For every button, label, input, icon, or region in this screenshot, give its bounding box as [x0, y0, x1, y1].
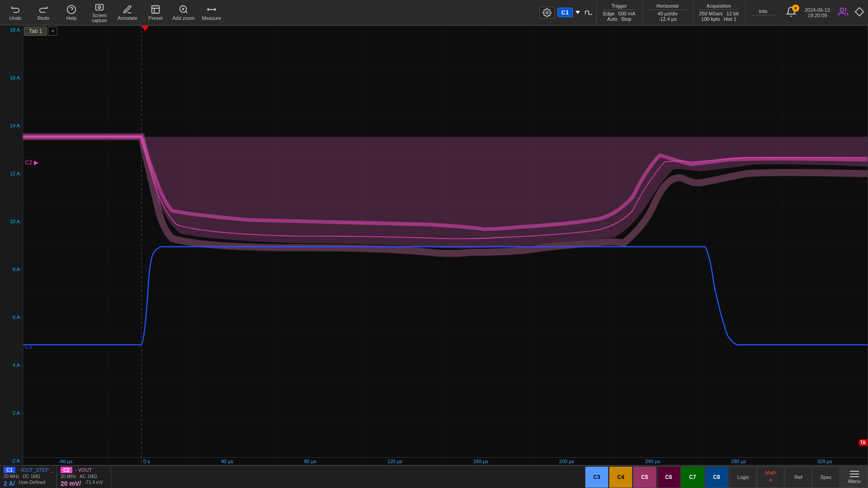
svg-rect-4 [152, 5, 160, 13]
time-neg40: -40 µs [58, 459, 72, 464]
c1-coupling: DC 1MΩ [23, 474, 40, 479]
time-160: 160 µs [473, 459, 488, 464]
measure-button[interactable]: Measure [198, 1, 225, 24]
time-240: 240 µs [645, 459, 660, 464]
trigger-marker [142, 26, 149, 31]
svg-point-9 [546, 11, 548, 14]
menu-button[interactable]: Menu [841, 466, 868, 488]
info-area: Info [745, 1, 781, 24]
time-200: 200 µs [559, 459, 574, 464]
trigger-info: Trigger Edge 500 mA Auto Stop [596, 1, 642, 24]
trigger-dropdown-arrow[interactable] [575, 1, 581, 24]
svg-text:C1: C1 [25, 343, 33, 350]
toolbar: Undo Redo Help Screencapture Annotate [0, 0, 868, 25]
math-button[interactable]: Math + [757, 466, 784, 488]
separator-1 [729, 466, 729, 488]
svg-marker-11 [855, 8, 863, 16]
y-label-4: 4 A [1, 362, 22, 368]
ta-marker: TA [858, 439, 868, 446]
add-zoom-button[interactable]: Add zoom [170, 1, 197, 24]
c1-badge: C1 [4, 467, 15, 473]
c2-bw: 20 MHz [61, 474, 76, 479]
waveform-display: C1 C2 ▶ [23, 26, 868, 465]
time-120: 120 µs [387, 459, 402, 464]
svg-line-6 [185, 11, 187, 13]
bottom-bar: C1 - IOUT_STEP _ 20 MHz DC 1MΩ 2 A/ User… [0, 465, 868, 488]
menu-icon [850, 470, 859, 478]
add-tab-button[interactable]: + [48, 27, 57, 36]
y-label-18: 18 A [1, 27, 22, 33]
users-icon [838, 7, 848, 17]
gear-icon [542, 8, 552, 17]
c2-badge: C2 [61, 467, 72, 473]
c1-note: User-Defined [19, 480, 45, 487]
time-80: 80 µs [304, 459, 316, 464]
c6-button[interactable]: C6 [657, 466, 680, 488]
c1-scale: 2 A/ [4, 480, 15, 487]
y-label-16: 16 A [1, 75, 22, 80]
users-icon-area[interactable] [838, 7, 848, 18]
time-280: 280 µs [731, 459, 746, 464]
c4-button[interactable]: C4 [609, 466, 632, 488]
settings-area[interactable] [539, 7, 555, 19]
logic-button[interactable]: Logic [730, 466, 757, 488]
c1-label: - IOUT_STEP _ [18, 467, 53, 473]
acquisition-info: Acquisition 250 MSa/s 12 bit 100 kpts Hi… [693, 1, 744, 24]
undo-button[interactable]: Undo [2, 1, 29, 24]
c7-button[interactable]: C7 [681, 466, 704, 488]
time-axis: -40 µs 0 s 40 µs 80 µs 120 µs 160 µs 200… [23, 457, 868, 465]
c3-button[interactable]: C3 [585, 466, 609, 488]
tab-1[interactable]: Tab 1 [24, 27, 47, 36]
c5-button[interactable]: C5 [633, 466, 656, 488]
y-label-neg2: -2 A [1, 458, 22, 464]
c1-trigger-selector[interactable]: C1 [557, 8, 573, 17]
y-label-2: 2 A [1, 410, 22, 416]
y-label-10: 10 A [1, 219, 22, 224]
y-axis: 18 A 16 A 14 A 12 A 10 A 8 A 6 A 4 A 2 A… [0, 25, 23, 465]
ref-button[interactable]: Ref [785, 466, 812, 488]
redo-button[interactable]: Redo [30, 1, 57, 24]
svg-rect-2 [96, 4, 104, 10]
tab-bar: Tab 1 + [24, 27, 57, 36]
spec-button[interactable]: Spec [812, 466, 840, 488]
svg-point-10 [840, 8, 844, 11]
bottom-buttons: C3 C4 C5 C6 C7 C8 Logic Math + [585, 466, 868, 488]
time-328: 328 µs [817, 459, 832, 464]
math-plus-icon: + [769, 476, 773, 484]
annotate-button[interactable]: Annotate [114, 1, 141, 24]
time-40: 40 µs [221, 459, 233, 464]
c2-note: -71.4 mV [85, 480, 103, 487]
preset-button[interactable]: Preset [142, 1, 169, 24]
notification-bell[interactable]: 6 [786, 6, 797, 19]
y-label-12: 12 A [1, 171, 22, 176]
info-icon-area[interactable] [854, 7, 864, 18]
c2-status: C2 - VOUT 20 MHz AC 1MΩ 20 mV/ -71.4 mV [57, 466, 111, 488]
horizontal-info: Horizontal 40 µs/div -12.4 µs [642, 1, 692, 24]
c2-coupling: AC 1MΩ [80, 474, 97, 479]
screen-capture-button[interactable]: Screencapture [86, 1, 113, 24]
time-0: 0 s [143, 459, 150, 464]
screen-capture-label: Screencapture [92, 13, 107, 23]
separator-2 [840, 466, 840, 488]
c1-trigger-label: C1 [561, 9, 569, 16]
datetime-display: 2024-06-13 19:20:09 [801, 7, 834, 18]
diamond-icon [854, 7, 864, 17]
y-label-8: 8 A [1, 267, 22, 272]
chevron-down-icon [576, 11, 580, 14]
main-area: 18 A 16 A 14 A 12 A 10 A 8 A 6 A 4 A 2 A… [0, 25, 868, 465]
c8-button[interactable]: C8 [705, 466, 728, 488]
c1-bw: 20 MHz [4, 474, 19, 479]
svg-point-3 [98, 6, 101, 9]
y-label-14: 14 A [1, 123, 22, 128]
y-label-6: 6 A [1, 314, 22, 320]
svg-text:C2 ▶: C2 ▶ [25, 159, 38, 166]
trigger-type-icon [582, 1, 595, 24]
c1-status: C1 - IOUT_STEP _ 20 MHz DC 1MΩ 2 A/ User… [0, 466, 57, 488]
scope-display[interactable]: Tab 1 + [23, 25, 868, 465]
help-button[interactable]: Help [58, 1, 85, 24]
c2-scale: 20 mV/ [61, 480, 81, 487]
c2-label: - VOUT [75, 467, 92, 473]
